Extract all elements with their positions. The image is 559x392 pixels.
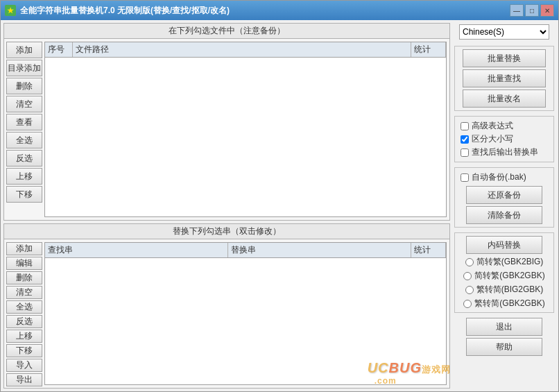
- top-select-all-button[interactable]: 全选: [6, 132, 42, 148]
- top-dir-add-button[interactable]: 目录添加: [6, 60, 42, 76]
- case-sensitive-row: 区分大小写: [458, 133, 551, 146]
- bottom-section-title: 替换下列勾选串（双击修改）: [4, 224, 449, 239]
- replace-table-header: 查找串 替换串 统计: [45, 243, 446, 258]
- output-after-find-checkbox[interactable]: [461, 148, 469, 157]
- auto-backup-label: 自动备份(.bak): [472, 171, 526, 183]
- case-sensitive-checkbox[interactable]: [461, 135, 469, 144]
- bottom-clear-button[interactable]: 清空: [6, 286, 42, 299]
- radio-trad-to-sim-gbk2gbk[interactable]: [463, 300, 472, 308]
- radio-trad-to-sim-gbk2gbk-row: 繁转简(GBK2GBK): [463, 298, 544, 309]
- bottom-select-all-button[interactable]: 全选: [6, 300, 42, 314]
- window-title: 全能字符串批量替换机7.0 无限制版(替换/查找/抠取/改名): [20, 5, 230, 17]
- radio-trad-to-sim-big2gbk-row: 繁转简(BIG2GBK): [465, 284, 544, 296]
- bottom-button-column: 添加 编辑 删除 清空 全选 反选 上移 下移 导入 导出: [4, 239, 44, 388]
- batch-rename-button[interactable]: 批量改名: [463, 90, 546, 108]
- top-move-down-button[interactable]: 下移: [6, 186, 42, 203]
- top-move-up-button[interactable]: 上移: [6, 168, 42, 185]
- bottom-move-down-button[interactable]: 下移: [6, 344, 42, 357]
- radio-sim-to-trad-gbk2gbk[interactable]: [463, 272, 472, 280]
- main-action-group: 批量替换 批量查找 批量改名: [454, 46, 554, 111]
- radio-sim-to-trad-gbk2gbk-row: 简转繁(GBK2GBK): [463, 270, 544, 282]
- bottom-export-button[interactable]: 导出: [6, 373, 42, 386]
- bottom-move-up-button[interactable]: 上移: [6, 330, 42, 343]
- radio-trad-to-sim-big2gbk-label: 繁转简(BIG2GBK): [476, 284, 544, 296]
- col-header-stat: 统计: [411, 42, 446, 57]
- restore-backup-button[interactable]: 还原备份: [466, 186, 542, 204]
- radio-trad-to-sim-gbk2gbk-label: 繁转简(GBK2GBK): [474, 298, 544, 309]
- app-icon: ★: [5, 5, 16, 16]
- radio-sim-to-trad-gbk2big-label: 简转繁(GBK2BIG): [476, 256, 544, 268]
- top-section-title: 在下列勾选文件中（注意备份）: [4, 24, 449, 39]
- top-delete-button[interactable]: 删除: [6, 78, 42, 94]
- bottom-invert-button[interactable]: 反选: [6, 315, 42, 328]
- exit-button[interactable]: 退出: [466, 318, 542, 336]
- radio-sim-to-trad-gbk2gbk-label: 简转繁(GBK2GBK): [474, 270, 544, 282]
- col-header-num: 序号: [45, 42, 73, 57]
- advanced-regex-row: 高级表达式: [458, 119, 551, 133]
- output-after-find-row: 查找后输出替换串: [458, 146, 551, 159]
- minimize-button[interactable]: —: [510, 4, 524, 17]
- advanced-regex-label: 高级表达式: [472, 120, 513, 132]
- encode-replace-button[interactable]: 内码替换: [466, 236, 542, 254]
- file-table: 序号 文件路径 统计: [44, 42, 447, 217]
- auto-backup-checkbox[interactable]: [461, 173, 469, 182]
- bottom-import-button[interactable]: 导入: [6, 359, 42, 372]
- watermark: UCBUG游戏网 .com: [368, 360, 451, 386]
- close-button[interactable]: ✕: [540, 4, 554, 17]
- top-view-button[interactable]: 查看: [6, 114, 42, 130]
- top-button-column: 添加 目录添加 删除 清空 查看 全选 反选 上移 下移: [4, 39, 44, 220]
- top-clear-button[interactable]: 清空: [6, 96, 42, 112]
- file-table-header: 序号 文件路径 统计: [45, 42, 446, 58]
- bottom-edit-button[interactable]: 编辑: [6, 257, 42, 270]
- title-bar: ★ 全能字符串批量替换机7.0 无限制版(替换/查找/抠取/改名) — □ ✕: [1, 1, 558, 20]
- advanced-regex-checkbox[interactable]: [461, 122, 469, 130]
- clear-backup-button[interactable]: 清除备份: [466, 206, 542, 224]
- language-select[interactable]: Chinese(S) Chinese(T) English: [459, 24, 549, 40]
- col-header-path: 文件路径: [73, 42, 411, 57]
- col-header-stat2: 统计: [411, 243, 446, 257]
- radio-sim-to-trad-gbk2big-row: 简转繁(GBK2BIG): [465, 256, 544, 268]
- top-add-button[interactable]: 添加: [6, 42, 42, 58]
- window-controls: — □ ✕: [510, 4, 554, 17]
- col-header-find: 查找串: [45, 243, 228, 257]
- auto-backup-row: 自动备份(.bak): [458, 171, 551, 184]
- col-header-replace: 替换串: [228, 243, 411, 257]
- maximize-button[interactable]: □: [525, 4, 539, 17]
- help-button[interactable]: 帮助: [466, 338, 542, 356]
- batch-replace-button[interactable]: 批量替换: [463, 49, 546, 67]
- batch-find-button[interactable]: 批量查找: [463, 69, 546, 87]
- case-sensitive-label: 区分大小写: [472, 133, 513, 145]
- radio-sim-to-trad-gbk2big[interactable]: [465, 258, 474, 266]
- language-select-row: Chinese(S) Chinese(T) English: [454, 24, 554, 40]
- bottom-add-button[interactable]: 添加: [6, 242, 42, 255]
- output-after-find-label: 查找后输出替换串: [472, 146, 538, 158]
- radio-trad-to-sim-big2gbk[interactable]: [465, 286, 474, 294]
- top-invert-button[interactable]: 反选: [6, 150, 42, 167]
- file-table-body: [45, 58, 446, 216]
- bottom-delete-button[interactable]: 删除: [6, 271, 42, 284]
